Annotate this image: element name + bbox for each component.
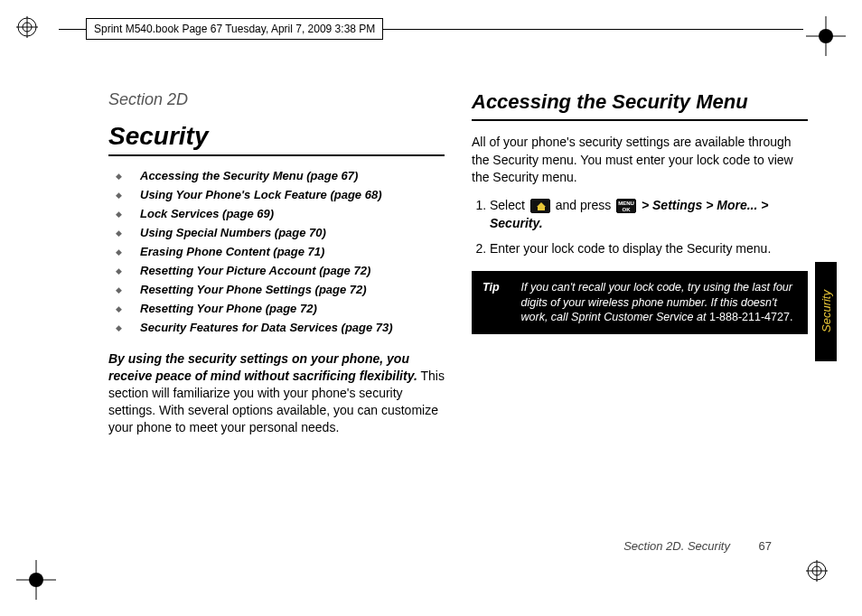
toc-list: ◆Accessing the Security Menu (page 67) ◆… bbox=[116, 169, 445, 334]
toc-label: Resetting Your Picture Account (page 72) bbox=[140, 264, 370, 277]
step2-text: Enter your lock code to display the Secu… bbox=[490, 241, 771, 256]
left-column: Section 2D Security ◆Accessing the Secur… bbox=[108, 90, 445, 553]
toc-label: Using Special Numbers (page 70) bbox=[140, 226, 326, 239]
svg-point-4 bbox=[819, 29, 833, 43]
toc-item: ◆Resetting Your Picture Account (page 72… bbox=[116, 264, 445, 277]
document-header: Sprint M540.book Page 67 Tuesday, April … bbox=[59, 16, 803, 42]
step-item: Select and press MENUOK > Settings > Mor… bbox=[490, 196, 808, 233]
toc-label: Accessing the Security Menu (page 67) bbox=[140, 169, 358, 182]
toc-item: ◆Accessing the Security Menu (page 67) bbox=[116, 169, 445, 182]
right-column: Accessing the Security Menu All of your … bbox=[472, 90, 808, 553]
diamond-bullet-icon: ◆ bbox=[116, 323, 122, 332]
toc-label: Using Your Phone's Lock Feature (page 68… bbox=[140, 188, 381, 201]
intro-paragraph: By using the security settings on your p… bbox=[108, 350, 445, 435]
side-tab-label: Security bbox=[820, 291, 833, 333]
title-rule bbox=[108, 154, 445, 156]
toc-label: Erasing Phone Content (page 71) bbox=[140, 245, 324, 258]
step1-text-b: and press bbox=[552, 198, 614, 212]
footer-section-label: Section 2D. Security bbox=[623, 539, 730, 553]
svg-point-7 bbox=[29, 573, 43, 587]
toc-item: ◆Using Special Numbers (page 70) bbox=[116, 226, 445, 239]
section-heading: Accessing the Security Menu bbox=[472, 90, 808, 114]
svg-point-10 bbox=[808, 562, 826, 580]
crop-mark-icon bbox=[16, 560, 56, 600]
diamond-bullet-icon: ◆ bbox=[116, 172, 122, 181]
section-intro: All of your phone's security settings ar… bbox=[472, 134, 808, 187]
diamond-bullet-icon: ◆ bbox=[116, 304, 122, 313]
tip-box: Tip If you can't recall your lock code, … bbox=[472, 271, 808, 335]
toc-label: Lock Services (page 69) bbox=[140, 207, 274, 220]
toc-item: ◆Resetting Your Phone Settings (page 72) bbox=[116, 283, 445, 296]
diamond-bullet-icon: ◆ bbox=[116, 210, 122, 219]
toc-item: ◆Resetting Your Phone (page 72) bbox=[116, 302, 445, 315]
tip-phone: 1-888-211-4727. bbox=[709, 311, 792, 323]
svg-point-1 bbox=[23, 23, 32, 32]
page-title: Security bbox=[108, 122, 445, 151]
toc-item: ◆Using Your Phone's Lock Feature (page 6… bbox=[116, 188, 445, 201]
heading-rule bbox=[472, 119, 808, 121]
toc-label: Resetting Your Phone (page 72) bbox=[140, 302, 317, 315]
tip-body: If you can't recall your lock code, try … bbox=[521, 280, 797, 326]
toc-label: Security Features for Data Services (pag… bbox=[140, 321, 393, 334]
svg-point-0 bbox=[18, 18, 36, 36]
tip-label: Tip bbox=[483, 280, 500, 326]
registration-mark-icon bbox=[16, 16, 56, 56]
diamond-bullet-icon: ◆ bbox=[116, 229, 122, 238]
step1-text-a: Select bbox=[490, 198, 529, 212]
intro-lead: By using the security settings on your p… bbox=[108, 351, 417, 383]
toc-label: Resetting Your Phone Settings (page 72) bbox=[140, 283, 367, 296]
diamond-bullet-icon: ◆ bbox=[116, 285, 122, 294]
diamond-bullet-icon: ◆ bbox=[116, 266, 122, 275]
step-item: Enter your lock code to display the Secu… bbox=[490, 239, 808, 257]
section-label: Section 2D bbox=[108, 90, 445, 109]
steps-list: Select and press MENUOK > Settings > Mor… bbox=[472, 196, 808, 258]
page-body: Section 2D Security ◆Accessing the Secur… bbox=[108, 90, 808, 553]
toc-item: ◆Erasing Phone Content (page 71) bbox=[116, 245, 445, 258]
diamond-bullet-icon: ◆ bbox=[116, 191, 122, 200]
toc-item: ◆Security Features for Data Services (pa… bbox=[116, 321, 445, 334]
menu-ok-key-icon: MENUOK bbox=[616, 199, 636, 213]
registration-mark-icon bbox=[806, 560, 846, 600]
header-info-box: Sprint M540.book Page 67 Tuesday, April … bbox=[86, 18, 383, 40]
svg-point-11 bbox=[812, 566, 821, 575]
footer-page-number: 67 bbox=[759, 539, 772, 553]
page-footer: Section 2D. Security 67 bbox=[623, 539, 772, 553]
diamond-bullet-icon: ◆ bbox=[116, 247, 122, 257]
crop-mark-icon bbox=[806, 16, 846, 56]
header-text: Sprint M540.book Page 67 Tuesday, April … bbox=[94, 23, 375, 35]
section-side-tab: Security bbox=[815, 262, 837, 361]
home-key-icon bbox=[530, 199, 550, 213]
toc-item: ◆Lock Services (page 69) bbox=[116, 207, 445, 220]
